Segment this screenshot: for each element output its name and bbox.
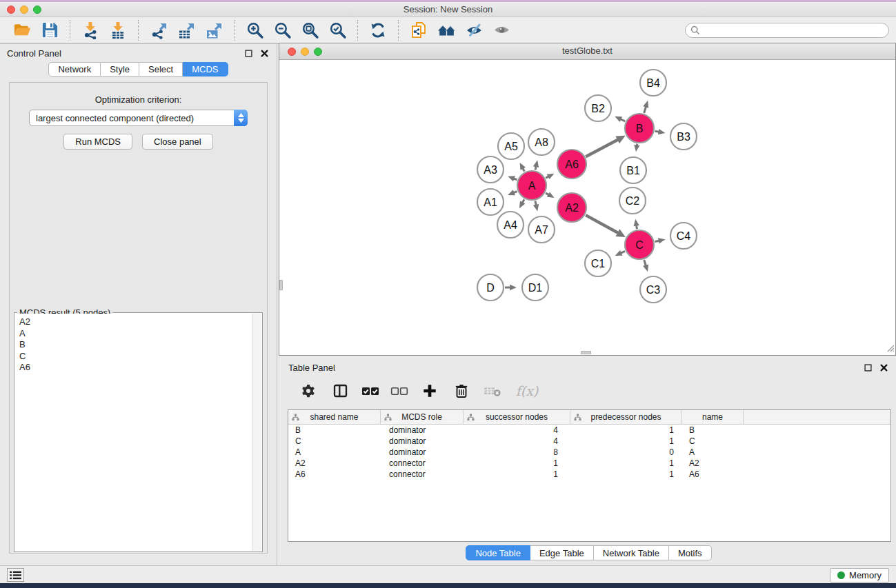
table-cell[interactable]: 1 bbox=[464, 458, 570, 469]
tab-style[interactable]: Style bbox=[101, 62, 139, 77]
table-row[interactable]: Adominator80A bbox=[288, 447, 890, 458]
select-all-icon[interactable] bbox=[360, 380, 381, 402]
show-eye-icon[interactable] bbox=[490, 19, 513, 41]
zoom-fit-icon[interactable] bbox=[298, 19, 321, 41]
table-tab-motifs[interactable]: Motifs bbox=[669, 545, 712, 560]
close-panel-button[interactable]: Close panel bbox=[142, 134, 213, 150]
hide-eye-icon[interactable] bbox=[462, 19, 486, 41]
mcds-result-item[interactable]: A6 bbox=[19, 362, 252, 374]
column-header-shared-name[interactable]: shared name bbox=[288, 410, 381, 424]
run-mcds-button[interactable]: Run MCDS bbox=[63, 134, 132, 150]
result-scrollbar[interactable] bbox=[252, 314, 261, 551]
table-cell[interactable]: B bbox=[682, 425, 744, 436]
column-layout-icon[interactable] bbox=[328, 380, 352, 402]
table-row[interactable]: Bdominator41B bbox=[288, 425, 890, 436]
toolbar-separator bbox=[138, 20, 139, 41]
table-row[interactable]: Cdominator41C bbox=[288, 436, 890, 447]
table-cell[interactable]: 1 bbox=[570, 458, 682, 469]
table-cell[interactable]: connector bbox=[381, 458, 464, 469]
close-panel-icon[interactable] bbox=[259, 48, 270, 59]
list-icon[interactable] bbox=[7, 568, 24, 582]
network-graph[interactable]: B4B2BB3A8A5A6A3B1AA1C2A2A4A7C4CC1C3DD1 bbox=[279, 61, 895, 355]
table-cell[interactable]: 1 bbox=[464, 469, 570, 480]
node-table[interactable]: shared nameMCDS rolesuccessor nodesprede… bbox=[288, 409, 891, 542]
network-window-titlebar[interactable]: testGlobe.txt bbox=[279, 43, 895, 60]
table-cell[interactable]: 8 bbox=[464, 447, 570, 458]
resize-grip-icon[interactable] bbox=[886, 343, 895, 354]
column-header-MCDS-role[interactable]: MCDS role bbox=[381, 410, 464, 424]
column-header-name[interactable]: name bbox=[682, 410, 744, 424]
table-cell[interactable]: 1 bbox=[570, 436, 682, 447]
unselect-all-icon[interactable] bbox=[389, 380, 410, 402]
close-network-window-button[interactable] bbox=[288, 48, 296, 56]
float-panel-icon[interactable] bbox=[243, 48, 254, 59]
table-cell[interactable]: dominator bbox=[381, 436, 464, 447]
table-cell[interactable]: 0 bbox=[570, 447, 682, 458]
export-image-icon[interactable] bbox=[202, 19, 226, 41]
vertical-scroll-thumb[interactable] bbox=[279, 280, 283, 290]
table-cell[interactable]: A bbox=[288, 447, 381, 458]
close-window-button[interactable] bbox=[7, 6, 15, 14]
table-tab-edge-table[interactable]: Edge Table bbox=[530, 545, 594, 560]
open-folder-icon[interactable] bbox=[10, 19, 34, 41]
table-tab-node-table[interactable]: Node Table bbox=[466, 545, 530, 560]
horizontal-scroll-thumb[interactable] bbox=[581, 351, 591, 354]
table-cell[interactable]: A2 bbox=[288, 458, 381, 469]
table-cell[interactable]: B bbox=[288, 425, 381, 436]
table-cell[interactable]: A2 bbox=[682, 458, 744, 469]
mcds-result-item[interactable]: A bbox=[19, 328, 252, 340]
mcds-result-item[interactable]: B bbox=[19, 339, 252, 351]
graph-edge[interactable] bbox=[586, 215, 619, 233]
table-cell[interactable]: 4 bbox=[464, 436, 570, 447]
memory-status-icon bbox=[837, 571, 845, 579]
float-table-panel-icon[interactable] bbox=[862, 362, 873, 373]
optimization-criterion-select[interactable]: largest connected component (directed) bbox=[29, 110, 248, 126]
mcds-result-list[interactable]: A2ABCA6 bbox=[15, 314, 252, 551]
minimize-window-button[interactable] bbox=[20, 6, 28, 14]
search-input[interactable] bbox=[685, 23, 889, 38]
table-cell[interactable]: C bbox=[288, 436, 381, 447]
refresh-icon[interactable] bbox=[366, 19, 390, 41]
export-network-icon[interactable] bbox=[147, 19, 170, 41]
table-row[interactable]: A2connector11A2 bbox=[288, 458, 890, 469]
column-header-predecessor-nodes[interactable]: predecessor nodes bbox=[570, 410, 682, 424]
maximize-window-button[interactable] bbox=[33, 6, 41, 14]
memory-button[interactable]: Memory bbox=[830, 568, 889, 582]
column-type-icon bbox=[574, 414, 581, 421]
table-cell[interactable]: A6 bbox=[288, 469, 381, 480]
delete-rows-icon[interactable] bbox=[450, 380, 473, 402]
tab-network[interactable]: Network bbox=[48, 62, 101, 77]
table-cell[interactable]: A6 bbox=[682, 469, 744, 480]
maximize-network-window-button[interactable] bbox=[314, 48, 322, 56]
close-table-panel-icon[interactable] bbox=[878, 362, 889, 373]
mcds-result-item[interactable]: C bbox=[19, 351, 252, 363]
network-canvas[interactable]: B4B2BB3A8A5A6A3B1AA1C2A2A4A7C4CC1C3DD1 bbox=[279, 61, 895, 355]
zoom-out-icon[interactable] bbox=[270, 19, 294, 41]
table-tab-network-table[interactable]: Network Table bbox=[594, 545, 669, 560]
table-cell[interactable]: C bbox=[682, 436, 744, 447]
add-column-icon[interactable] bbox=[418, 380, 441, 402]
table-cell[interactable]: 1 bbox=[570, 425, 682, 436]
table-cell[interactable]: 1 bbox=[570, 469, 682, 480]
home-icon[interactable] bbox=[435, 19, 458, 41]
zoom-in-icon[interactable] bbox=[243, 19, 266, 41]
export-table-icon[interactable] bbox=[175, 19, 198, 41]
table-row[interactable]: A6connector11A6 bbox=[288, 469, 890, 480]
table-cell[interactable]: 4 bbox=[464, 425, 570, 436]
copy-network-icon[interactable] bbox=[407, 19, 430, 41]
table-cell[interactable]: A bbox=[682, 447, 744, 458]
table-cell[interactable]: dominator bbox=[381, 425, 464, 436]
gear-icon[interactable] bbox=[297, 380, 320, 402]
mcds-result-item[interactable]: A2 bbox=[19, 316, 252, 328]
minimize-network-window-button[interactable] bbox=[301, 48, 309, 56]
table-cell[interactable]: dominator bbox=[381, 447, 464, 458]
save-icon[interactable] bbox=[38, 19, 61, 41]
tab-mcds[interactable]: MCDS bbox=[183, 62, 228, 77]
table-cell[interactable]: connector bbox=[381, 469, 464, 480]
zoom-selected-icon[interactable] bbox=[326, 19, 349, 41]
column-header-successor-nodes[interactable]: successor nodes bbox=[464, 410, 570, 424]
import-network-icon[interactable] bbox=[79, 19, 102, 41]
import-table-icon[interactable] bbox=[106, 19, 130, 41]
graph-edge[interactable] bbox=[586, 139, 619, 156]
tab-select[interactable]: Select bbox=[139, 62, 183, 77]
